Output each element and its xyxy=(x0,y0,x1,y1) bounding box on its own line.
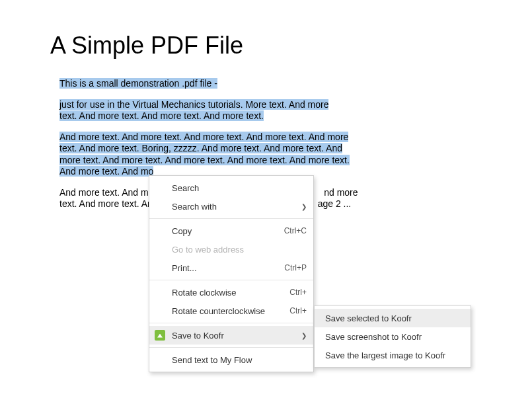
paragraph-3[interactable]: And more text. And more text. And more t… xyxy=(50,132,434,178)
menu-label: Copy xyxy=(172,226,278,236)
context-submenu-koofr: Save selected to Koofr Save screenshot t… xyxy=(314,306,471,368)
menu-item-copy[interactable]: Copy Ctrl+C xyxy=(149,222,313,240)
paragraph-1[interactable]: This is a small demonstration .pdf file … xyxy=(50,78,434,90)
menu-label: Send text to My Flow xyxy=(172,355,307,365)
chevron-right-icon: ❯ xyxy=(301,203,307,210)
menu-item-rotate-cw[interactable]: Rotate clockwise Ctrl+ xyxy=(149,283,313,302)
menu-item-rotate-ccw[interactable]: Rotate counterclockwise Ctrl+ xyxy=(149,302,313,320)
selected-text: text. And more text. Boring, zzzzz. And … xyxy=(59,143,342,153)
menu-label: Go to web address xyxy=(172,245,307,255)
body-text: text. And more text. An xyxy=(59,198,153,209)
menu-separator xyxy=(149,323,313,323)
menu-item-send-flow[interactable]: Send text to My Flow xyxy=(149,350,313,369)
menu-item-go-web: Go to web address xyxy=(149,240,313,259)
menu-item-print[interactable]: Print... Ctrl+P xyxy=(149,259,313,277)
menu-shortcut: Ctrl+ xyxy=(289,288,307,297)
submenu-item-save-largest[interactable]: Save the largest image to Koofr xyxy=(315,346,471,364)
koofr-icon xyxy=(155,330,165,341)
body-text: age 2 ... xyxy=(318,198,352,209)
menu-separator xyxy=(149,218,313,219)
menu-separator xyxy=(149,347,313,348)
menu-label: Rotate clockwise xyxy=(172,288,283,298)
paragraph-2[interactable]: just for use in the Virtual Mechanics tu… xyxy=(50,99,434,122)
menu-label: Search xyxy=(172,183,307,193)
submenu-item-save-selected[interactable]: Save selected to Koofr xyxy=(315,309,471,327)
menu-shortcut: Ctrl+ xyxy=(289,306,307,315)
menu-label: Rotate counterclockwise xyxy=(172,306,283,316)
menu-separator xyxy=(149,280,313,280)
context-menu: Search Search with ❯ Copy Ctrl+C Go to w… xyxy=(149,175,314,372)
submenu-item-save-screenshot[interactable]: Save screenshot to Koofr xyxy=(315,327,471,346)
selected-text: This is a small demonstration .pdf file … xyxy=(59,78,217,89)
selected-text: just for use in the Virtual Mechanics tu… xyxy=(59,99,328,110)
menu-label: Save the largest image to Koofr xyxy=(325,350,464,360)
selected-text: And more text. And more text. And more t… xyxy=(59,132,348,142)
selected-text: more text. And more text. And more text.… xyxy=(59,155,350,165)
menu-label: Save to Koofr xyxy=(172,331,307,341)
menu-label: Save selected to Koofr xyxy=(325,313,464,323)
selected-text: text. And more text. And more text. And … xyxy=(59,110,264,121)
menu-item-save-koofr[interactable]: Save to Koofr ❯ xyxy=(149,326,313,345)
menu-shortcut: Ctrl+P xyxy=(284,263,307,272)
selected-text: And more text. And mo xyxy=(59,166,153,177)
page-title: A Simple PDF File xyxy=(50,32,482,60)
menu-label: Print... xyxy=(172,263,278,273)
menu-label: Search with xyxy=(172,202,307,212)
menu-item-search[interactable]: Search xyxy=(149,179,313,197)
chevron-right-icon: ❯ xyxy=(301,332,307,339)
menu-shortcut: Ctrl+C xyxy=(284,226,307,235)
body-text: nd more xyxy=(324,187,358,198)
menu-item-search-with[interactable]: Search with ❯ xyxy=(149,197,313,216)
menu-label: Save screenshot to Koofr xyxy=(325,332,464,342)
body-text: And more text. And mo xyxy=(59,187,153,198)
